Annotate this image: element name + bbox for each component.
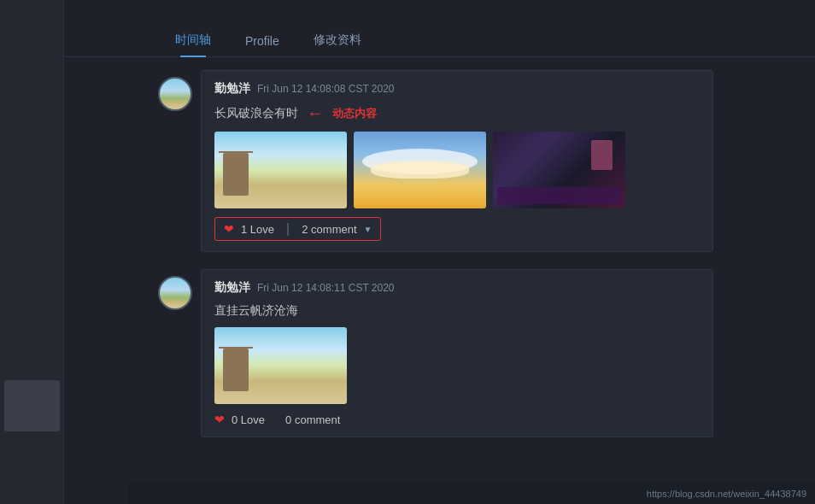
main-content: 时间轴 Profile 修改资料 勤勉洋 Fri Jun 12 14:08:08…	[64, 0, 815, 504]
post-wrapper-2: 勤勉洋 Fri Jun 12 14:08:11 CST 2020 直挂云帆济沧海…	[201, 269, 798, 437]
username-2: 勤勉洋	[214, 280, 250, 296]
post-card-2: 勤勉洋 Fri Jun 12 14:08:11 CST 2020 直挂云帆济沧海…	[201, 269, 713, 437]
red-arrow-1: ←	[307, 103, 324, 123]
post-wrapper-1: 勤勉洋 Fri Jun 12 14:08:08 CST 2020 长风破浪会有时…	[201, 70, 798, 252]
reaction-area-1: ❤ 1 Love | 2 comment ▼	[214, 217, 700, 241]
reaction-bar-1[interactable]: ❤ 1 Love | 2 comment ▼	[214, 217, 381, 241]
post-image-landscape-2	[214, 327, 347, 404]
images-grid-2	[214, 327, 700, 404]
tab-profile[interactable]: Profile	[228, 27, 296, 56]
avatar-container-2	[158, 276, 192, 310]
heart-icon-2: ❤	[214, 413, 225, 426]
post-card-1: 勤勉洋 Fri Jun 12 14:08:08 CST 2020 长风破浪会有时…	[201, 70, 713, 252]
sidebar-gray-box	[4, 380, 60, 431]
annotation-label-1: 动态内容	[332, 106, 377, 121]
content-area: 勤勉洋 Fri Jun 12 14:08:08 CST 2020 长风破浪会有时…	[64, 57, 815, 472]
post-header-2: 勤勉洋 Fri Jun 12 14:08:11 CST 2020	[214, 280, 700, 296]
tab-edit-profile[interactable]: 修改资料	[296, 26, 378, 56]
tabs-area: 时间轴 Profile 修改资料	[64, 0, 815, 57]
dropdown-arrow-1[interactable]: ▼	[364, 225, 372, 234]
post-time-1: Fri Jun 12 14:08:08 CST 2020	[257, 83, 395, 95]
love-count-2: 0 Love	[232, 413, 265, 426]
username-1: 勤勉洋	[214, 81, 250, 97]
images-grid-1	[214, 132, 700, 208]
post-image-clouds-1	[354, 132, 486, 208]
post-image-landscape-1	[214, 132, 347, 208]
post-text-1: 长风破浪会有时	[214, 106, 298, 121]
avatar-2	[158, 276, 192, 310]
heart-icon-1: ❤	[224, 222, 234, 236]
avatar-container-1	[158, 77, 192, 111]
bottom-bar: https://blog.csdn.net/weixin_44438749	[128, 483, 815, 504]
post-time-2: Fri Jun 12 14:08:11 CST 2020	[257, 282, 395, 294]
post-header-1: 勤勉洋 Fri Jun 12 14:08:08 CST 2020	[214, 81, 700, 97]
love-count-1: 1 Love	[241, 223, 274, 236]
comment-count-2: 0 comment	[285, 413, 340, 426]
sidebar	[0, 0, 64, 504]
comment-count-1: 2 comment	[302, 223, 356, 236]
post-image-anime-1	[493, 132, 625, 208]
status-url: https://blog.csdn.net/weixin_44438749	[647, 489, 806, 499]
post-text-2: 直挂云帆济沧海	[214, 303, 298, 317]
reaction-area-2: ❤ 0 Love 0 comment	[214, 413, 700, 426]
avatar-1	[158, 77, 192, 111]
tab-timeline[interactable]: 时间轴	[158, 26, 228, 56]
